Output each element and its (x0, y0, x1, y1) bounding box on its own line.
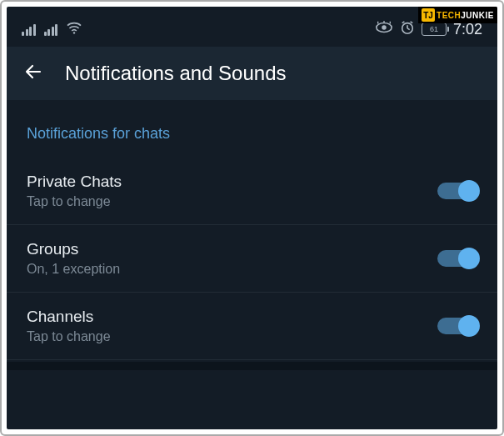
status-left (22, 21, 82, 38)
wifi-icon (66, 21, 82, 38)
battery-level: 61 (430, 25, 438, 33)
frame: TJ TECHJUNKIE (0, 0, 504, 436)
setting-private-chats[interactable]: Private Chats Tap to change (7, 158, 497, 225)
toggle-knob (458, 248, 480, 269)
svg-point-2 (382, 25, 387, 30)
toggle-knob (458, 180, 480, 202)
signal-icon-2 (44, 23, 58, 36)
section-divider (7, 362, 497, 370)
battery-icon: 61 (422, 23, 447, 36)
setting-subtitle: Tap to change (27, 194, 122, 209)
watermark-text-tech: TECH (437, 11, 461, 20)
page-title: Notifications and Sounds (65, 62, 287, 85)
watermark-text: TECHJUNKIE (437, 11, 494, 20)
setting-title: Channels (27, 308, 111, 326)
setting-channels[interactable]: Channels Tap to change (7, 293, 497, 360)
watermark-text-junkie: JUNKIE (461, 11, 494, 20)
toggle-channels[interactable] (437, 318, 477, 334)
svg-point-0 (73, 32, 75, 33)
toggle-groups[interactable] (437, 250, 477, 267)
setting-text: Channels Tap to change (27, 308, 111, 344)
section-header: Notifications for chats (7, 100, 497, 158)
toggle-knob (458, 315, 480, 337)
svg-line-8 (407, 28, 410, 30)
eye-icon (375, 21, 393, 38)
toggle-private-chats[interactable] (437, 183, 477, 199)
app-header: Notifications and Sounds (7, 47, 497, 100)
app-screen: TJ TECHJUNKIE (7, 7, 497, 429)
setting-subtitle: On, 1 exception (27, 262, 120, 277)
setting-groups[interactable]: Groups On, 1 exception (7, 225, 497, 293)
alarm-icon (400, 20, 415, 38)
back-button[interactable] (23, 62, 43, 85)
svg-line-10 (411, 22, 413, 23)
setting-subtitle: Tap to change (27, 329, 111, 344)
settings-list: Private Chats Tap to change Groups On, 1… (7, 158, 497, 360)
watermark: TJ TECHJUNKIE (418, 7, 497, 23)
setting-text: Groups On, 1 exception (27, 240, 120, 277)
setting-text: Private Chats Tap to change (27, 173, 122, 209)
setting-title: Private Chats (27, 173, 122, 191)
svg-line-9 (402, 22, 405, 23)
signal-icon-1 (22, 23, 36, 36)
setting-title: Groups (27, 240, 120, 258)
watermark-logo: TJ (422, 8, 435, 22)
